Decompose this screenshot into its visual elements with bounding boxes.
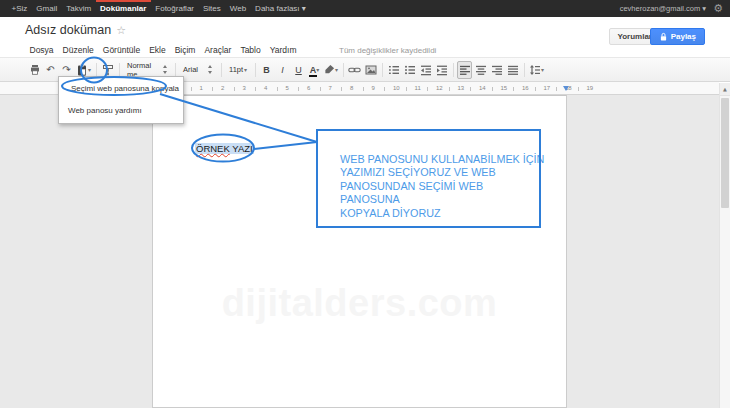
ruler-number: 4 bbox=[264, 85, 267, 91]
align-right-icon bbox=[491, 64, 503, 76]
topbar-item-photos[interactable]: Fotoğraflar bbox=[151, 0, 199, 17]
ruler-number: 13 bbox=[458, 85, 465, 91]
align-center-icon bbox=[475, 64, 487, 76]
menu-help[interactable]: Yardım bbox=[265, 43, 301, 57]
toolbar-separator bbox=[96, 63, 97, 77]
menu-item-copy-to-web-clipboard[interactable]: Seçimi web panosuna kopyala bbox=[59, 80, 183, 96]
google-bar: +Siz Gmail Takvim Dokümanlar Fotoğraflar… bbox=[0, 0, 730, 17]
printer-icon bbox=[29, 64, 41, 76]
chevron-down-icon: ▾ bbox=[316, 67, 319, 73]
updown-icon bbox=[163, 65, 167, 74]
ruler-number: 12 bbox=[436, 85, 443, 91]
vertical-scrollbar[interactable]: ▲ bbox=[719, 83, 730, 408]
print-button[interactable] bbox=[27, 61, 42, 79]
save-status: Tüm değişiklikler kaydedildi bbox=[339, 46, 436, 55]
justify-icon bbox=[507, 64, 519, 76]
share-button[interactable]: Paylaş bbox=[650, 28, 705, 45]
underline-button[interactable]: U bbox=[291, 61, 306, 79]
menu-table[interactable]: Tablo bbox=[236, 43, 265, 57]
topbar-item-plus-you[interactable]: +Siz bbox=[7, 0, 32, 17]
chevron-down-icon: ▾ bbox=[541, 67, 544, 73]
topbar-item-sites[interactable]: Sites bbox=[199, 0, 226, 17]
ruler-tick bbox=[234, 87, 235, 91]
lock-icon bbox=[659, 32, 668, 42]
toolbar-separator bbox=[524, 63, 525, 77]
redo-icon: ↷ bbox=[62, 64, 70, 75]
ruler-number: 14 bbox=[479, 85, 486, 91]
document-page[interactable]: dijitalders.com ÖRNEK YAZI WEB PANOSUNU … bbox=[152, 95, 567, 408]
image-icon bbox=[365, 64, 377, 76]
topbar-item-gmail[interactable]: Gmail bbox=[32, 0, 62, 17]
ruler-tick bbox=[277, 87, 278, 91]
gear-icon[interactable]: ⚙ bbox=[713, 0, 723, 17]
ruler-tick bbox=[449, 87, 450, 91]
ruler-number: 2 bbox=[221, 85, 224, 91]
ruler-number: 19 bbox=[587, 85, 594, 91]
scroll-up-arrow[interactable]: ▲ bbox=[720, 83, 730, 96]
ruler-tick bbox=[191, 87, 192, 91]
bulleted-list-button[interactable] bbox=[402, 61, 417, 79]
ruler-number: 8 bbox=[350, 85, 353, 91]
menu-item-web-clipboard-help[interactable]: Web panosu yardımı bbox=[59, 102, 183, 118]
ruler-number: 7 bbox=[329, 85, 332, 91]
ruler-number: 9 bbox=[372, 85, 375, 91]
menu-format[interactable]: Biçim bbox=[170, 43, 200, 57]
menu-view[interactable]: Görüntüle bbox=[98, 43, 144, 57]
toolbar-separator bbox=[119, 63, 120, 77]
font-dropdown[interactable]: Arial bbox=[179, 61, 217, 79]
ruler-number: 16 bbox=[522, 85, 529, 91]
menu-tools[interactable]: Araçlar bbox=[200, 43, 236, 57]
italic-button[interactable]: I bbox=[275, 61, 290, 79]
toolbar-separator bbox=[382, 63, 383, 77]
insert-image-button[interactable] bbox=[363, 61, 378, 79]
ruler-number: 1 bbox=[200, 85, 203, 91]
align-center-button[interactable] bbox=[473, 61, 488, 79]
right-indent-marker[interactable] bbox=[563, 86, 569, 91]
align-left-icon bbox=[459, 64, 471, 76]
increase-indent-button[interactable] bbox=[434, 61, 449, 79]
scrollbar-thumb[interactable] bbox=[721, 98, 729, 208]
topbar-item-web[interactable]: Web bbox=[225, 0, 250, 17]
topbar-item-calendar[interactable]: Takvim bbox=[62, 0, 96, 17]
menu-file[interactable]: Dosya bbox=[25, 43, 58, 57]
line-spacing-icon bbox=[529, 64, 541, 76]
link-icon bbox=[348, 64, 361, 76]
updown-icon bbox=[208, 65, 213, 74]
undo-button[interactable]: ↶ bbox=[43, 61, 58, 79]
ruler-number: 10 bbox=[393, 85, 400, 91]
topbar-item-documents[interactable]: Dokümanlar bbox=[96, 0, 151, 17]
account-menu[interactable]: cevherozan@gmail.com ▾ bbox=[620, 4, 706, 13]
star-icon[interactable]: ☆ bbox=[116, 24, 126, 37]
topbar-item-more[interactable]: Daha fazlası ▾ bbox=[251, 0, 311, 17]
ruler-tick bbox=[212, 87, 213, 91]
ruler-tick bbox=[341, 87, 342, 91]
bulleted-list-icon bbox=[404, 64, 416, 76]
insert-link-button[interactable] bbox=[347, 61, 362, 79]
decrease-indent-button[interactable] bbox=[418, 61, 433, 79]
highlight-color-button[interactable]: ▾ bbox=[323, 61, 339, 79]
selected-document-text[interactable]: ÖRNEK YAZI bbox=[195, 143, 254, 154]
ruler-number: 3 bbox=[243, 85, 246, 91]
text-color-button[interactable]: A▾ bbox=[307, 61, 322, 79]
menu-edit[interactable]: Düzenle bbox=[58, 43, 98, 57]
menu-insert[interactable]: Ekle bbox=[145, 43, 171, 57]
ruler-tick bbox=[535, 87, 536, 91]
toolbar-separator bbox=[221, 63, 222, 77]
toolbar-separator bbox=[343, 63, 344, 77]
justify-button[interactable] bbox=[505, 61, 520, 79]
font-size-dropdown[interactable]: 11pt▾ bbox=[225, 61, 251, 79]
toolbar-separator bbox=[453, 63, 454, 77]
ruler-number: 17 bbox=[544, 85, 551, 91]
numbered-list-button[interactable] bbox=[386, 61, 401, 79]
align-left-button[interactable] bbox=[457, 61, 472, 79]
align-right-button[interactable] bbox=[489, 61, 504, 79]
ruler-tick bbox=[578, 87, 579, 91]
ruler-tick bbox=[363, 87, 364, 91]
ruler-tick bbox=[320, 87, 321, 91]
ruler-tick bbox=[427, 87, 428, 91]
ruler-tick bbox=[298, 87, 299, 91]
page-title[interactable]: Adsız doküman☆ bbox=[25, 23, 126, 37]
line-spacing-button[interactable]: ▾ bbox=[528, 61, 545, 79]
bold-button[interactable]: B bbox=[259, 61, 274, 79]
watermark: dijitalders.com bbox=[153, 282, 566, 325]
